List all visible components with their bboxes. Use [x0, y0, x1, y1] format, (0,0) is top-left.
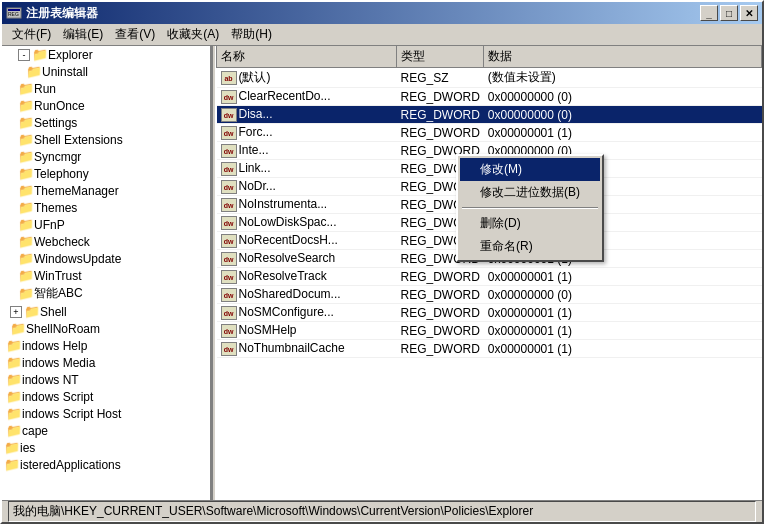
tree-item-label: Explorer	[48, 48, 93, 62]
right-panel: 名称 类型 数据 ab(默认)REG_SZ(数值未设置)dwClearRecen…	[216, 46, 762, 500]
tree-item-ufnp[interactable]: 📁 UFnP	[2, 216, 210, 233]
folder-icon: 📁	[6, 372, 22, 387]
tree-item-windows-script[interactable]: 📁 indows Script	[2, 388, 210, 405]
titlebar-icon: REG	[6, 5, 22, 21]
folder-icon: 📁	[18, 251, 34, 266]
table-row[interactable]: dwClearRecentDo...REG_DWORD0x00000000 (0…	[217, 88, 762, 106]
cell-name: dwNoLowDiskSpac...	[217, 214, 397, 232]
tree-item-windows-media[interactable]: 📁 indows Media	[2, 354, 210, 371]
minimize-button[interactable]: _	[700, 5, 718, 21]
menu-file[interactable]: 文件(F)	[6, 24, 57, 45]
folder-icon: 📁	[10, 321, 26, 336]
reg-value-icon: dw	[221, 252, 237, 266]
tree-item-registered-apps[interactable]: 📁 isteredApplications	[2, 456, 210, 473]
tree-item-themes[interactable]: 📁 Themes	[2, 199, 210, 216]
reg-value-icon: dw	[221, 288, 237, 302]
tree-item-shellnoroam[interactable]: 📁 ShellNoRoam	[2, 320, 210, 337]
menu-favorites[interactable]: 收藏夹(A)	[161, 24, 225, 45]
tree-item-uninstall[interactable]: 📁 Uninstall	[2, 63, 210, 80]
folder-icon: 📁	[26, 64, 42, 79]
tree-item-telephony[interactable]: 📁 Telephony	[2, 165, 210, 182]
folder-icon: 📁	[18, 149, 34, 164]
tree-item-windowsupdate[interactable]: 📁 WindowsUpdate	[2, 250, 210, 267]
tree-item-zhineiabc[interactable]: 📁 智能ABC	[2, 284, 210, 303]
tree-item-windows-nt[interactable]: 📁 indows NT	[2, 371, 210, 388]
cell-type: REG_DWORD	[397, 340, 484, 358]
tree-item-windows-script-host[interactable]: 📁 indows Script Host	[2, 405, 210, 422]
cell-type: REG_DWORD	[397, 88, 484, 106]
tree-item-thememanager[interactable]: 📁 ThemeManager	[2, 182, 210, 199]
table-row[interactable]: dwNoSMConfigure...REG_DWORD0x00000001 (1…	[217, 304, 762, 322]
context-menu-delete[interactable]: 删除(D)	[460, 212, 600, 235]
tree-item-label: WindowsUpdate	[34, 252, 121, 266]
menu-view[interactable]: 查看(V)	[109, 24, 161, 45]
cell-type: REG_DWORD	[397, 286, 484, 304]
col-header-data[interactable]: 数据	[484, 46, 762, 68]
folder-icon: 📁	[18, 115, 34, 130]
tree-item-label: Themes	[34, 201, 77, 215]
menu-help[interactable]: 帮助(H)	[225, 24, 278, 45]
folder-icon: 📁	[6, 338, 22, 353]
context-menu: 修改(M) 修改二进位数据(B) 删除(D) 重命名(R)	[456, 154, 604, 262]
cell-name: dwNoResolveTrack	[217, 268, 397, 286]
tree-item-label: Telephony	[34, 167, 89, 181]
context-menu-modify[interactable]: 修改(M)	[460, 158, 600, 181]
tree-item-explorer[interactable]: - 📁 Explorer	[2, 46, 210, 63]
col-header-type[interactable]: 类型	[397, 46, 484, 68]
table-row[interactable]: dwNoSharedDocum...REG_DWORD0x00000000 (0…	[217, 286, 762, 304]
reg-value-icon: dw	[221, 270, 237, 284]
tree-item-windows-help[interactable]: 📁 indows Help	[2, 337, 210, 354]
tree-item-label: ThemeManager	[34, 184, 119, 198]
tree-item-shell[interactable]: + 📁 Shell	[2, 303, 210, 320]
tree-item-syncmgr[interactable]: 📁 Syncmgr	[2, 148, 210, 165]
cell-name: dwNoSMHelp	[217, 322, 397, 340]
maximize-button[interactable]: □	[720, 5, 738, 21]
tree-item-runonce[interactable]: 📁 RunOnce	[2, 97, 210, 114]
close-button[interactable]: ✕	[740, 5, 758, 21]
main-area: - 📁 Explorer 📁 Uninstall 📁 Run 📁 RunOnce…	[2, 46, 762, 500]
expand-icon[interactable]: +	[10, 306, 22, 318]
cell-name: dwNoThumbnailCache	[217, 340, 397, 358]
cell-data: 0x00000001 (1)	[484, 304, 762, 322]
registry-editor-window: REG 注册表编辑器 _ □ ✕ 文件(F) 编辑(E) 查看(V) 收藏夹(A…	[0, 0, 764, 524]
cell-name: dwNoDr...	[217, 178, 397, 196]
tree-item-label: ies	[20, 441, 35, 455]
table-row[interactable]: dwDisa...REG_DWORD0x00000000 (0)	[217, 106, 762, 124]
tree-item-cape[interactable]: 📁 cape	[2, 422, 210, 439]
tree-item-webcheck[interactable]: 📁 Webcheck	[2, 233, 210, 250]
context-menu-rename[interactable]: 重命名(R)	[460, 235, 600, 258]
registry-table-scroll[interactable]: 名称 类型 数据 ab(默认)REG_SZ(数值未设置)dwClearRecen…	[216, 46, 762, 500]
col-header-name[interactable]: 名称	[217, 46, 397, 68]
table-row[interactable]: dwNoThumbnailCacheREG_DWORD0x00000001 (1…	[217, 340, 762, 358]
tree-item-shell-extensions[interactable]: 📁 Shell Extensions	[2, 131, 210, 148]
titlebar-title: 注册表编辑器	[26, 5, 700, 22]
tree-item-label: Settings	[34, 116, 77, 130]
table-row[interactable]: ab(默认)REG_SZ(数值未设置)	[217, 68, 762, 88]
table-row[interactable]: dwForc...REG_DWORD0x00000001 (1)	[217, 124, 762, 142]
reg-value-icon: ab	[221, 71, 237, 85]
folder-icon: 📁	[18, 132, 34, 147]
table-row[interactable]: dwNoSMHelpREG_DWORD0x00000001 (1)	[217, 322, 762, 340]
folder-icon: 📁	[6, 355, 22, 370]
cell-type: REG_DWORD	[397, 304, 484, 322]
folder-icon: 📁	[18, 81, 34, 96]
table-row[interactable]: dwNoResolveTrackREG_DWORD0x00000001 (1)	[217, 268, 762, 286]
cell-name: dwNoInstrumenta...	[217, 196, 397, 214]
tree-item-label: indows Script	[22, 390, 93, 404]
reg-value-icon: dw	[221, 108, 237, 122]
tree-item-settings[interactable]: 📁 Settings	[2, 114, 210, 131]
folder-icon: 📁	[4, 457, 20, 472]
menu-edit[interactable]: 编辑(E)	[57, 24, 109, 45]
expand-icon[interactable]: -	[18, 49, 30, 61]
tree-item-ies[interactable]: 📁 ies	[2, 439, 210, 456]
cell-name: dwLink...	[217, 160, 397, 178]
folder-icon: 📁	[18, 217, 34, 232]
tree-item-wintrust[interactable]: 📁 WinTrust	[2, 267, 210, 284]
tree-panel[interactable]: - 📁 Explorer 📁 Uninstall 📁 Run 📁 RunOnce…	[2, 46, 212, 500]
cell-name: dwNoSharedDocum...	[217, 286, 397, 304]
reg-value-icon: dw	[221, 198, 237, 212]
tree-item-run[interactable]: 📁 Run	[2, 80, 210, 97]
folder-icon: 📁	[18, 286, 34, 301]
context-menu-modify-binary[interactable]: 修改二进位数据(B)	[460, 181, 600, 204]
cell-data: 0x00000001 (1)	[484, 124, 762, 142]
